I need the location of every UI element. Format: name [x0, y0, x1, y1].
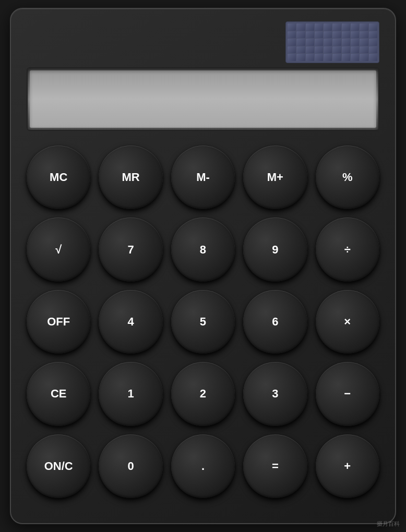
four-button-label: 4 [127, 315, 134, 329]
onc-button-label: ON/C [44, 460, 73, 473]
calculator: MCMRM-M+%√789÷OFF456×CE123−ON/C0.=+ [10, 8, 396, 524]
minus-button-label: − [344, 387, 351, 401]
five-button-label: 5 [200, 315, 206, 329]
equals-button[interactable]: = [243, 434, 307, 498]
mc-button[interactable]: MC [27, 146, 90, 209]
one-button-label: 1 [127, 387, 134, 401]
five-button[interactable]: 5 [171, 290, 235, 354]
m-minus-button[interactable]: M- [171, 146, 235, 209]
two-button[interactable]: 2 [171, 362, 235, 426]
button-row-0: MCMRM-M+% [27, 146, 379, 209]
button-row-3: CE123− [27, 362, 379, 426]
percent-button-label: % [342, 171, 353, 184]
m-plus-button[interactable]: M+ [243, 146, 307, 209]
mc-button-label: MC [50, 171, 67, 184]
display-screen [30, 70, 376, 128]
divide-button[interactable]: ÷ [316, 217, 379, 281]
button-row-2: OFF456× [27, 290, 379, 354]
ce-button[interactable]: CE [27, 362, 90, 426]
three-button-label: 3 [272, 387, 278, 401]
seven-button-label: 7 [127, 243, 134, 257]
three-button[interactable]: 3 [243, 362, 307, 426]
button-row-4: ON/C0.=+ [27, 434, 379, 498]
minus-button[interactable]: − [316, 362, 379, 426]
eight-button-label: 8 [200, 243, 206, 257]
plus-button[interactable]: + [316, 434, 379, 498]
percent-button[interactable]: % [316, 146, 379, 209]
off-button[interactable]: OFF [27, 290, 90, 354]
equals-button-label: = [272, 460, 279, 473]
watermark: 摄月百科 [377, 520, 400, 528]
m-plus-button-label: M+ [267, 171, 283, 184]
one-button[interactable]: 1 [99, 362, 162, 426]
off-button-label: OFF [47, 315, 70, 329]
zero-button[interactable]: 0 [99, 434, 162, 498]
onc-button[interactable]: ON/C [27, 434, 90, 498]
solar-panel [285, 21, 379, 63]
top-panel [27, 21, 379, 63]
sqrt-button-label: √ [55, 243, 62, 257]
decimal-button[interactable]: . [171, 434, 235, 498]
plus-button-label: + [344, 460, 351, 473]
decimal-button-label: . [201, 460, 205, 473]
six-button[interactable]: 6 [243, 290, 307, 354]
sqrt-button[interactable]: √ [27, 217, 90, 281]
ce-button-label: CE [51, 387, 67, 401]
mr-button-label: MR [122, 171, 139, 184]
buttons-area: MCMRM-M+%√789÷OFF456×CE123−ON/C0.=+ [27, 146, 379, 513]
button-row-1: √789÷ [27, 217, 379, 281]
zero-button-label: 0 [127, 460, 134, 473]
eight-button[interactable]: 8 [171, 217, 235, 281]
mr-button[interactable]: MR [99, 146, 162, 209]
m-minus-button-label: M- [196, 171, 210, 184]
nine-button[interactable]: 9 [243, 217, 307, 281]
multiply-button[interactable]: × [316, 290, 379, 354]
divide-button-label: ÷ [344, 243, 351, 257]
display-area [27, 67, 379, 131]
two-button-label: 2 [200, 387, 206, 401]
four-button[interactable]: 4 [99, 290, 162, 354]
six-button-label: 6 [272, 315, 278, 329]
seven-button[interactable]: 7 [99, 217, 162, 281]
multiply-button-label: × [344, 315, 351, 329]
nine-button-label: 9 [272, 243, 278, 257]
